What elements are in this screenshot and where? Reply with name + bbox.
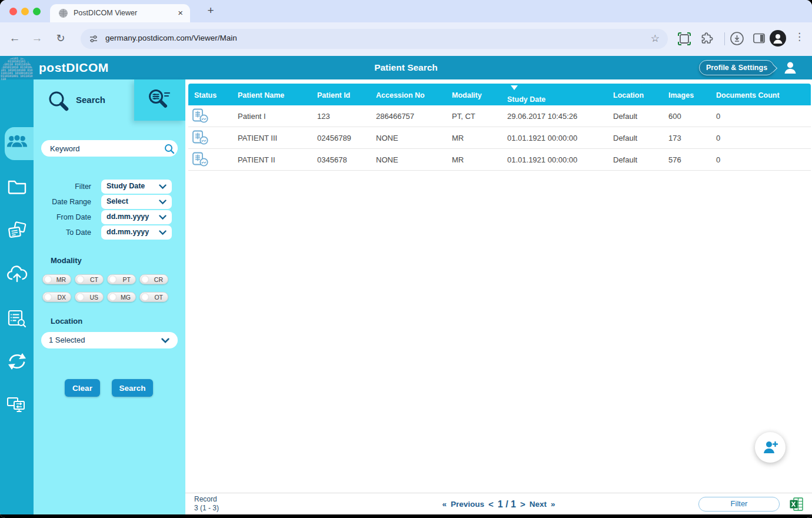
next-page-icon[interactable]: > — [520, 499, 525, 509]
table-row[interactable]: Patient I 123 286466757 PT, CT 29.06.201… — [188, 105, 811, 127]
study-status-icon[interactable] — [192, 152, 209, 167]
previous-page-button[interactable]: Previous — [451, 500, 484, 509]
sidebar-item-worklist[interactable] — [0, 309, 34, 330]
cell-accession-no: NONE — [376, 127, 398, 149]
cloud-upload-icon — [6, 265, 28, 283]
forward-button[interactable]: → — [29, 32, 45, 45]
toolbar-divider — [724, 32, 725, 45]
column-status[interactable]: Status — [194, 84, 217, 107]
sort-desc-icon — [511, 85, 518, 90]
sidebar-item-folders[interactable] — [0, 178, 34, 197]
location-label: Location — [51, 317, 82, 326]
app-header: 0101100101 1011010010 0110101101 1010010… — [0, 56, 812, 79]
cell-location: Default — [613, 105, 637, 127]
date-range-label: Date Range — [34, 195, 91, 209]
search-tab-label: Search — [76, 95, 105, 105]
side-panel-icon[interactable] — [752, 31, 766, 45]
modality-toggle-cr[interactable]: CR — [139, 274, 168, 284]
add-person-icon — [762, 439, 778, 456]
cell-patient-name: PATIENT II — [238, 149, 275, 171]
sidebar-item-studies[interactable] — [0, 221, 34, 243]
tab-close-icon[interactable]: × — [178, 8, 183, 18]
table-row[interactable]: PATIENT III 02456789 NONE MR 01.01.1921 … — [188, 127, 811, 149]
study-status-icon[interactable] — [192, 108, 209, 124]
site-info-icon[interactable] — [89, 34, 98, 44]
toggle-knob — [109, 275, 117, 283]
url-bar[interactable]: germany.postdicom.com/Viewer/Main ☆ — [81, 29, 668, 49]
filter-button[interactable]: Filter — [698, 497, 780, 512]
from-date-label: From Date — [34, 210, 91, 224]
cell-study-date: 29.06.2017 10:45:26 — [507, 105, 577, 127]
prev-page-icon[interactable]: < — [488, 499, 494, 509]
add-patient-button[interactable] — [755, 432, 786, 463]
download-icon[interactable] — [730, 31, 744, 46]
modality-toggle-ct[interactable]: CT — [75, 274, 104, 284]
modality-toggle-us[interactable]: US — [75, 292, 104, 302]
modality-toggle-ot[interactable]: OT — [139, 292, 168, 302]
screen-capture-icon[interactable] — [677, 31, 692, 47]
cell-patient-name: PATIENT III — [238, 127, 277, 149]
cell-study-date: 01.01.1921 00:00:00 — [507, 127, 577, 149]
modality-toggle-mr[interactable]: MR — [42, 274, 71, 284]
to-date-dropdown[interactable]: dd.mm.yyyy — [101, 225, 172, 240]
advanced-search-icon — [147, 88, 173, 112]
postdicom-logo-icon: 0101100101 1011010010 0110101101 1010010… — [1, 57, 34, 92]
first-page-icon[interactable]: « — [442, 500, 447, 509]
sidebar-item-upload[interactable] — [0, 265, 34, 285]
column-location[interactable]: Location — [613, 84, 644, 107]
next-page-button[interactable]: Next — [530, 500, 547, 509]
page-indicator: 1 / 1 — [498, 499, 516, 510]
search-button[interactable]: Search — [112, 379, 153, 397]
modality-toggle-dx[interactable]: DX — [42, 292, 71, 302]
column-images[interactable]: Images — [668, 84, 694, 107]
export-excel-icon[interactable] — [789, 497, 804, 512]
tab-advanced-search[interactable] — [134, 79, 185, 121]
cell-images: 600 — [668, 105, 681, 127]
minimize-window-button[interactable] — [21, 8, 29, 15]
last-page-icon[interactable]: » — [551, 500, 555, 509]
study-status-icon[interactable] — [192, 130, 209, 145]
keyword-input[interactable] — [41, 140, 178, 157]
column-accession-no[interactable]: Accession No — [376, 84, 425, 107]
browser-profile-avatar[interactable] — [770, 30, 786, 47]
column-documents-count[interactable]: Documents Count — [716, 84, 780, 107]
column-patient-name[interactable]: Patient Name — [238, 84, 284, 107]
reload-button[interactable]: ↻ — [53, 32, 68, 45]
tab-title: PostDICOM Viewer — [74, 9, 137, 17]
modality-label: Modality — [51, 256, 82, 265]
modality-toggle-pt[interactable]: PT — [107, 274, 136, 284]
date-range-dropdown[interactable]: Select — [101, 195, 172, 209]
browser-tab[interactable]: PostDICOM Viewer × — [50, 4, 190, 22]
bookmark-star-icon[interactable]: ☆ — [651, 32, 660, 45]
from-date-dropdown[interactable]: dd.mm.yyyy — [101, 210, 172, 224]
chevron-down-icon — [159, 200, 167, 205]
filter-dropdown[interactable]: Study Date — [101, 180, 172, 194]
sidebar-item-patients[interactable] — [0, 132, 34, 152]
search-icon — [47, 91, 71, 113]
url-text[interactable]: germany.postdicom.com/Viewer/Main — [105, 34, 237, 42]
profile-settings-button[interactable]: Profile & Settings — [699, 60, 774, 75]
back-button[interactable]: ← — [7, 32, 22, 45]
tab-strip: PostDICOM Viewer × + — [0, 0, 812, 22]
keyword-search-icon[interactable] — [164, 144, 175, 154]
user-profile-icon[interactable] — [783, 60, 798, 75]
cell-modality: MR — [452, 149, 464, 171]
sync-icon — [7, 352, 27, 371]
clear-button[interactable]: Clear — [65, 379, 100, 397]
tab-search[interactable]: Search — [34, 79, 134, 121]
column-modality[interactable]: Modality — [452, 84, 482, 107]
sidebar-item-sync[interactable] — [0, 352, 34, 373]
modality-toggle-mg[interactable]: MG — [107, 292, 136, 302]
close-window-button[interactable] — [9, 8, 17, 15]
table-row[interactable]: PATIENT II 0345678 NONE MR 01.01.1921 00… — [188, 149, 811, 171]
location-dropdown[interactable]: 1 Selected — [41, 332, 178, 348]
toggle-knob — [76, 275, 84, 283]
toggle-knob — [44, 275, 52, 283]
sidebar-item-remote-devices[interactable] — [0, 396, 34, 417]
cell-modality: PT, CT — [452, 105, 475, 127]
browser-menu-icon[interactable]: ⋮ — [794, 31, 804, 43]
extensions-icon[interactable] — [700, 31, 714, 45]
column-patient-id[interactable]: Patient Id — [317, 84, 350, 107]
new-tab-button[interactable]: + — [203, 3, 218, 18]
fullscreen-window-button[interactable] — [33, 8, 41, 15]
